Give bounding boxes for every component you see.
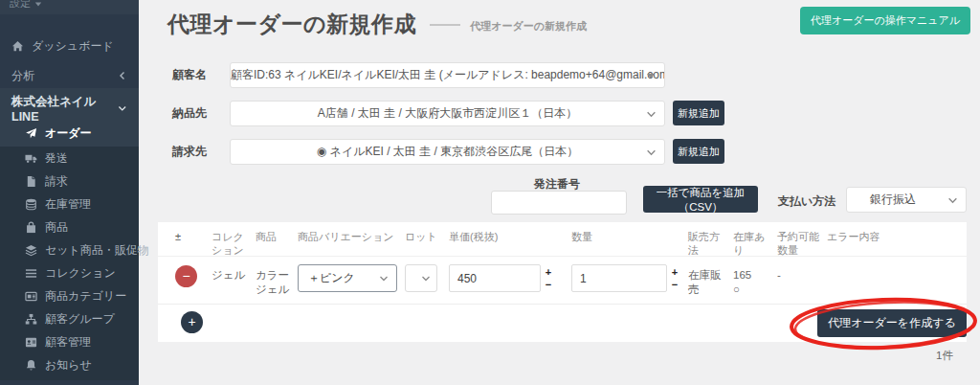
sidebar-item-billing[interactable]: 請求 xyxy=(0,170,139,192)
order-number-input[interactable] xyxy=(491,191,627,215)
table-footer-row: + 代理オーダーを作成する xyxy=(158,305,967,341)
delivery-add-button[interactable]: 新規追加 xyxy=(673,101,724,125)
col-header-stock: 在庫あり xyxy=(733,222,777,257)
item-count: 1件 xyxy=(936,349,953,363)
variation-select-value: ＋ピンク xyxy=(308,271,355,284)
sidebar-item-label: 商品カテゴリー xyxy=(45,288,126,305)
company-name: 株式会社ネイルLINE xyxy=(11,94,118,124)
sidebar-item-dashboard[interactable]: ダッシュボード xyxy=(0,34,139,58)
settings-label: 設定 xyxy=(10,0,31,11)
sidebar-item-orders[interactable]: オーダー xyxy=(0,121,139,147)
col-header-variation: 商品バリエーション xyxy=(298,222,405,257)
unit-price-input[interactable] xyxy=(449,264,541,292)
unit-price-stepper: + − xyxy=(541,264,556,292)
sidebar-item-label: コレクション xyxy=(45,265,116,282)
customer-select-value: 顧客ID:63 ネイルKEI/ネイルKEI/太田 圭 (メールアドレス: bea… xyxy=(231,68,665,81)
delivery-label: 納品先 xyxy=(172,105,230,122)
cell-sales-method: 在庫販売 xyxy=(688,257,733,297)
lot-select[interactable] xyxy=(405,264,437,292)
unit-price-increment-button[interactable]: + xyxy=(541,266,556,279)
unit-price-decrement-button[interactable]: − xyxy=(541,279,556,291)
sidebar-item-set-products[interactable]: セット商品・販促物 xyxy=(0,238,139,261)
sidebar-item-label: 顧客管理 xyxy=(45,334,91,351)
create-order-button[interactable]: 代理オーダーを作成する xyxy=(817,309,967,337)
csv-add-button[interactable]: 一括で商品を追加（CSV） xyxy=(643,186,758,213)
customer-label: 顧客名 xyxy=(172,67,230,83)
page-header: 代理オーダーの新規作成 代理オーダーの新規作成 xyxy=(167,10,587,39)
stock-count: 165 xyxy=(733,268,773,283)
stock-available-mark: ○ xyxy=(733,283,773,297)
payment-method-label: 支払い方法 xyxy=(778,193,835,210)
quantity-stepper: + − xyxy=(667,264,682,292)
sidebar-item-products[interactable]: 商品 xyxy=(0,215,139,238)
shopping-bag-icon xyxy=(25,221,37,234)
caret-down-icon xyxy=(34,0,42,8)
col-header-reservable: 予約可能数量 xyxy=(777,222,827,257)
caret-down-icon xyxy=(647,74,655,79)
sidebar-item-analytics[interactable]: 分析 xyxy=(0,63,139,88)
delivery-select[interactable]: A店舗 / 太田 圭 / 大阪府大阪市西淀川区１（日本） xyxy=(230,101,665,126)
cell-reservable: - xyxy=(777,257,827,283)
id-card-icon xyxy=(25,336,37,349)
sidebar: 設定 ダッシュボード 分析 株式会社ネイルLINE オ xyxy=(0,0,139,385)
payment-method-value: 銀行振込 xyxy=(870,192,916,206)
variation-select[interactable]: ＋ピンク xyxy=(298,264,397,292)
sidebar-item-shipping[interactable]: 発送 xyxy=(0,147,139,170)
quantity-input[interactable] xyxy=(571,264,667,292)
category-card-icon xyxy=(25,290,37,303)
sidebar-item-customer-management[interactable]: 顧客管理 xyxy=(0,330,139,353)
sidebar-company-toggle[interactable]: 株式会社ネイルLINE xyxy=(0,96,139,121)
col-header-lot: ロット xyxy=(405,222,449,257)
bell-icon xyxy=(25,359,37,372)
sidebar-settings[interactable]: 設定 xyxy=(0,0,139,14)
sidebar-item-label: お知らせ xyxy=(45,357,92,374)
col-header-error: エラー内容 xyxy=(827,222,967,257)
database-icon xyxy=(25,198,37,211)
cell-error xyxy=(827,257,967,268)
remove-row-button[interactable]: − xyxy=(175,265,197,287)
layers-icon xyxy=(25,244,37,257)
invoice-icon xyxy=(25,175,37,188)
page: 設定 ダッシュボード 分析 株式会社ネイルLINE オ xyxy=(0,0,980,385)
col-header-sales-method: 販売方法 xyxy=(688,222,733,257)
col-header-collection: コレクション xyxy=(212,222,256,257)
delivery-select-value: A店舗 / 太田 圭 / 大阪府大阪市西淀川区１（日本） xyxy=(318,106,577,120)
home-icon xyxy=(11,40,24,53)
sidebar-item-inventory[interactable]: 在庫管理 xyxy=(0,192,139,215)
list-icon xyxy=(25,267,37,280)
sidebar-item-product-categories[interactable]: 商品カテゴリー xyxy=(0,284,139,307)
table-row: − ジェル カラージェル ＋ピンク + xyxy=(158,257,967,305)
chevron-down-icon xyxy=(421,274,431,283)
sidebar-submenu: 発送 請求 在庫管理 商品 セット商品・販促物 コレクション xyxy=(0,147,139,380)
payment-method-select[interactable]: 銀行振込 xyxy=(846,187,967,213)
billing-select[interactable]: ◉ ネイルKEI / 太田 圭 / 東京都渋谷区広尾（日本） xyxy=(230,139,665,165)
sidebar-item-label: 請求 xyxy=(45,173,68,190)
page-title: 代理オーダーの新規作成 xyxy=(167,10,416,39)
billing-add-button[interactable]: 新規追加 xyxy=(673,139,724,164)
quantity-increment-button[interactable]: + xyxy=(667,266,682,279)
quantity-decrement-button[interactable]: − xyxy=(667,279,682,291)
customer-row: 顧客名 顧客ID:63 ネイルKEI/ネイルKEI/太田 圭 (メールアドレス:… xyxy=(172,61,665,88)
sidebar-item-label: ダッシュボード xyxy=(32,38,114,55)
col-header-unit-price: 単価(税抜) xyxy=(449,222,571,257)
chevron-down-icon xyxy=(646,109,657,120)
sidebar-item-label: 顧客グループ xyxy=(45,311,115,328)
col-header-product: 商品 xyxy=(256,222,298,257)
add-row-button[interactable]: + xyxy=(181,311,203,333)
sidebar-item-collections[interactable]: コレクション xyxy=(0,261,139,284)
billing-row: 請求先 ◉ ネイルKEI / 太田 圭 / 東京都渋谷区広尾（日本） 新規追加 xyxy=(172,138,724,165)
cell-collection: ジェル xyxy=(212,257,256,283)
chevron-down-icon xyxy=(646,147,657,158)
chevron-left-icon xyxy=(118,71,127,80)
cell-product: カラージェル xyxy=(256,257,298,297)
sidebar-item-label: オーダー xyxy=(45,125,92,142)
col-header-plusminus: ± xyxy=(175,222,212,257)
order-items-table: ± コレクション 商品 商品バリエーション ロット 単価(税抜) 数量 販売方法… xyxy=(158,222,967,342)
chevron-down-icon xyxy=(379,274,389,283)
customer-select[interactable]: 顧客ID:63 ネイルKEI/ネイルKEI/太田 圭 (メールアドレス: bea… xyxy=(230,62,665,88)
sidebar-item-notifications[interactable]: お知らせ xyxy=(0,353,139,376)
manual-button[interactable]: 代理オーダーの操作マニュアル xyxy=(800,7,970,34)
page-subtitle: 代理オーダーの新規作成 xyxy=(470,19,587,34)
truck-icon xyxy=(25,152,37,165)
sidebar-item-customer-groups[interactable]: 顧客グループ xyxy=(0,307,139,330)
